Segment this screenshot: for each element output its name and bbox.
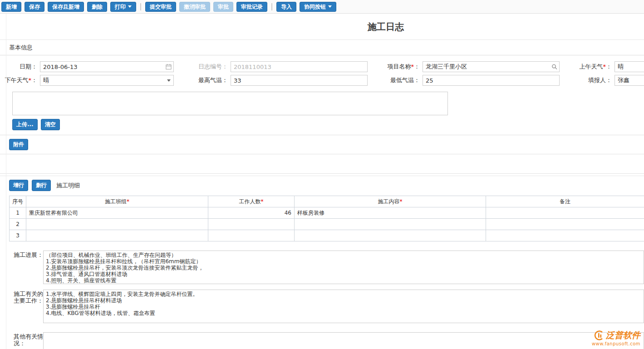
project-name-input[interactable]	[423, 61, 560, 72]
progress-label-text: 施工进展	[14, 251, 37, 258]
cell-content[interactable]	[295, 230, 486, 241]
colon: ：	[606, 63, 612, 70]
cell-workers[interactable]	[208, 230, 295, 241]
col-header-workers: 工作人数*	[208, 196, 295, 207]
import-button[interactable]: 导入	[276, 2, 296, 12]
required-mark: *	[400, 198, 403, 205]
construction-log-page: 新增 保存 保存且新增 删除 打印 提交审批 撤消审批 审批 审批记录 导入 协…	[0, 0, 644, 349]
collaboration-button[interactable]: 协同按钮	[300, 2, 336, 12]
detail-section-title: 施工明细	[56, 182, 80, 190]
afternoon-weather-select[interactable]: 晴	[40, 75, 174, 86]
date-input[interactable]	[40, 61, 174, 72]
form-row: 日期： 日志编号： 项目名称*： 上午天气*：	[0, 60, 644, 74]
colon: ：	[414, 63, 420, 70]
vendor-logo-icon	[593, 330, 604, 341]
col-header-remark: 备注	[486, 196, 644, 207]
submit-approval-button[interactable]: 提交审批	[145, 2, 176, 12]
morning-weather-label: 上午天气*：	[560, 63, 615, 71]
cell-team[interactable]	[26, 219, 208, 230]
colon: ：	[37, 251, 43, 258]
afternoon-weather-value: 晴	[43, 76, 49, 84]
min-temp-label-text: 最低气温	[390, 77, 414, 84]
colon: ：	[222, 77, 228, 84]
table-row[interactable]: 3	[10, 230, 644, 241]
progress-field-row: 施工进展： （部位项目、机械作业、班组工作、生产存在问题等） 1.安装吊顶膨胀螺…	[0, 241, 644, 284]
save-button[interactable]: 保存	[25, 2, 44, 12]
cell-no: 2	[10, 219, 26, 230]
page-title: 施工日志	[368, 21, 404, 32]
log-number-field	[231, 61, 368, 72]
other-info-textarea[interactable]	[43, 332, 644, 349]
max-temp-label-text: 最高气温	[198, 77, 222, 84]
min-temp-field	[423, 75, 560, 86]
col-header-text: 序号	[12, 198, 23, 205]
afternoon-weather-label-text: 下午天气	[5, 77, 29, 84]
reporter-label-text: 填报人	[588, 77, 606, 84]
title-band: 施工日志	[0, 14, 644, 39]
morning-weather-label-text: 上午天气	[580, 63, 603, 70]
cancel-approval-button: 撤消审批	[179, 2, 210, 12]
min-temp-input[interactable]	[423, 75, 560, 86]
colon: ：	[606, 77, 612, 84]
cell-no: 3	[10, 230, 26, 241]
col-header-team: 施工班组*	[26, 196, 208, 207]
morning-weather-input[interactable]	[615, 61, 644, 72]
delete-row-button[interactable]: 删行	[32, 180, 51, 191]
cell-workers[interactable]: 46	[208, 207, 295, 219]
colon: ：	[414, 77, 420, 84]
other-info-field-row: 其他有关情况：	[0, 323, 644, 349]
reporter-input[interactable]	[615, 75, 644, 86]
colon: ：	[37, 297, 43, 304]
calendar-icon[interactable]	[166, 64, 172, 70]
print-button[interactable]: 打印	[110, 2, 136, 12]
main-work-textarea[interactable]: 1.水平弹线、横辉固定墙上四周，安装主龙骨并确定吊杆位置。 2.悬膨胀螺栓悬挂吊…	[43, 290, 644, 323]
log-number-label-text: 日志编号	[198, 63, 222, 70]
project-name-field	[423, 61, 560, 72]
detail-section-header: 增行 删行 施工明细	[0, 176, 644, 195]
table-row[interactable]: 1 重庆新世界有限公司 46 样板房装修	[10, 207, 644, 219]
vendor-brand: 泛普软件	[592, 329, 640, 341]
vendor-watermark: 泛普软件 www.fanpusoft.com	[592, 329, 640, 346]
clear-button[interactable]: 清空	[41, 119, 60, 130]
attachment-list-area	[0, 154, 644, 174]
reporter-label: 填报人：	[560, 76, 615, 84]
attachment-button[interactable]: 附件	[9, 139, 28, 150]
toolbar-separator	[271, 3, 272, 10]
cell-workers[interactable]	[208, 219, 295, 230]
col-header-text: 施工班组	[105, 198, 127, 205]
approve-button: 审批	[213, 2, 233, 12]
max-temp-input[interactable]	[231, 75, 368, 86]
save-and-new-button[interactable]: 保存且新增	[48, 2, 84, 12]
search-icon[interactable]	[551, 64, 557, 70]
cell-team[interactable]	[26, 230, 208, 241]
cell-remark[interactable]	[486, 219, 644, 230]
delete-button[interactable]: 删除	[87, 2, 107, 12]
new-button[interactable]: 新增	[1, 2, 21, 12]
cell-team[interactable]: 重庆新世界有限公司	[26, 207, 208, 219]
min-temp-label: 最低气温：	[368, 76, 423, 84]
col-header-text: 工作人数	[239, 198, 261, 205]
max-temp-label: 最高气温：	[174, 76, 231, 84]
cell-content[interactable]	[295, 219, 486, 230]
table-row[interactable]: 2	[10, 219, 644, 230]
reporter-field	[615, 75, 644, 86]
other-info-label: 其他有关情况：	[14, 332, 43, 349]
required-mark: *	[261, 198, 264, 205]
date-field	[40, 61, 174, 72]
approval-records-button[interactable]: 审批记录	[236, 2, 267, 12]
cell-content[interactable]: 样板房装修	[295, 207, 486, 219]
upload-button[interactable]: 上传...	[12, 119, 38, 130]
cell-remark[interactable]	[486, 230, 644, 241]
add-row-button[interactable]: 增行	[9, 180, 28, 191]
afternoon-weather-field: 晴	[40, 75, 174, 86]
upload-button-row: 上传... 清空	[0, 115, 644, 135]
table-header-row: 序号 施工班组* 工作人数* 施工内容* 备注	[10, 196, 644, 207]
basic-remark-textarea[interactable]	[12, 92, 448, 115]
main-work-field-row: 施工有关的主要工作： 1.水平弹线、横辉固定墙上四周，安装主龙骨并确定吊杆位置。…	[0, 284, 644, 323]
max-temp-field	[231, 75, 368, 86]
progress-textarea[interactable]: （部位项目、机械作业、班组工作、生产存在问题等） 1.安装吊顶膨胀螺栓悬挂吊杆和…	[43, 251, 644, 284]
progress-label: 施工进展：	[14, 251, 43, 284]
morning-weather-field	[615, 61, 644, 72]
cell-remark[interactable]	[486, 207, 644, 219]
project-name-label-text: 项目名称	[388, 63, 411, 70]
